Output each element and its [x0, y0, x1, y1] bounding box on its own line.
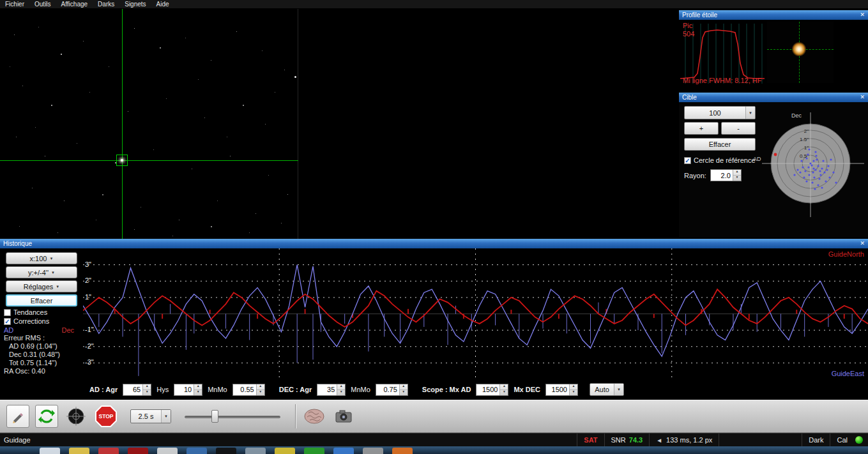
star: [198, 79, 199, 80]
radius-input[interactable]: [711, 170, 733, 181]
menu-item-darks[interactable]: Darks: [93, 0, 119, 8]
max-dec-duration-spinner[interactable]: ▲▼: [545, 384, 578, 396]
menu-item-affichage[interactable]: Affichage: [56, 0, 93, 8]
down-arrow-icon[interactable]: ▼: [500, 390, 508, 395]
menu-item-outils[interactable]: Outils: [29, 0, 56, 8]
y-axis-label: 2": [85, 276, 91, 284]
settings-dropdown[interactable]: Réglages ▼: [6, 280, 77, 292]
slider-thumb[interactable]: [211, 410, 218, 423]
spinner-arrows[interactable]: ▲▼: [499, 384, 508, 395]
stop-button[interactable]: STOP: [94, 404, 118, 428]
status-bar: Guidage SAT SNR 74.3 ◄ 133 ms, 1.2 px Da…: [0, 433, 868, 446]
menu-item-fichier[interactable]: Fichier: [0, 0, 29, 8]
hysteresis-input[interactable]: [174, 384, 194, 395]
max-ra-duration-spinner[interactable]: ▲▼: [476, 384, 508, 396]
zoom-out-button[interactable]: -: [721, 122, 756, 135]
slider-track[interactable]: [185, 416, 280, 418]
down-arrow-icon[interactable]: ▼: [194, 390, 202, 395]
taskbar-icon[interactable]: [245, 448, 266, 454]
max-dec-duration-input[interactable]: [546, 384, 569, 395]
down-arrow-icon[interactable]: ▼: [400, 390, 407, 395]
taskbar-icon[interactable]: [187, 448, 207, 454]
ad-minmove-input[interactable]: [233, 384, 256, 395]
chevron-down-icon: ▼: [161, 410, 171, 423]
dec-minmove-spinner[interactable]: ▲▼: [376, 384, 408, 396]
guide-camera-view[interactable]: [0, 9, 679, 239]
reference-circle-checkbox[interactable]: ✓: [684, 157, 691, 164]
chevron-down-icon: ▼: [49, 257, 53, 261]
spinner-arrows[interactable]: ▲▼: [733, 170, 741, 181]
spinner-arrows[interactable]: ▲▼: [194, 384, 202, 395]
loop-exposures-button[interactable]: [35, 405, 58, 428]
y-axis-label: -2": [85, 342, 94, 350]
taskbar-icon[interactable]: [275, 448, 295, 454]
star: [211, 60, 211, 61]
dec-minmove-label: MnMo: [351, 386, 370, 393]
taskbar-icon[interactable]: [363, 448, 383, 454]
taskbar-icon[interactable]: [392, 448, 413, 454]
star: [262, 50, 263, 51]
menu-item-signets[interactable]: Signets: [119, 0, 151, 8]
side-panels: Profile étoile ✕ Pic 504 Mi ligne FWHM: …: [679, 9, 868, 239]
spinner-arrows[interactable]: ▲▼: [569, 384, 577, 395]
close-profile-panel-button[interactable]: ✕: [860, 12, 865, 18]
star: [275, 92, 275, 93]
exposure-duration-dropdown[interactable]: 2.5 s ▼: [130, 409, 171, 423]
snr-value: 74.3: [629, 436, 643, 444]
down-arrow-icon[interactable]: ▼: [143, 390, 151, 395]
down-arrow-icon[interactable]: ▼: [733, 176, 741, 181]
dec-guide-mode-dropdown[interactable]: Auto ▼: [590, 383, 624, 396]
reference-circle-checkbox-row[interactable]: ✓ Cercle de référence: [684, 156, 759, 164]
taskbar-icon[interactable]: [304, 448, 324, 454]
corrections-checkbox[interactable]: ✓: [4, 318, 11, 325]
hysteresis-spinner[interactable]: ▲▼: [174, 384, 202, 396]
x-scale-dropdown[interactable]: x:100 ▼: [6, 252, 77, 264]
spinner-arrows[interactable]: ▲▼: [337, 384, 345, 395]
trend-checkbox-row[interactable]: Tendances: [4, 308, 83, 316]
max-ra-duration-input[interactable]: [476, 384, 499, 395]
pencil-icon: [11, 409, 25, 423]
taskbar-icon[interactable]: [216, 448, 236, 454]
dec-aggressiveness-input[interactable]: [317, 384, 337, 395]
ad-aggressiveness-spinner[interactable]: ▲▼: [123, 384, 151, 396]
taskbar-icon[interactable]: [98, 448, 119, 454]
menu-item-aide[interactable]: Aide: [151, 0, 174, 8]
peak-value: 504: [683, 30, 694, 38]
target-zoom-dropdown[interactable]: 100 ▼: [684, 106, 756, 119]
guide-button[interactable]: [64, 404, 88, 428]
ad-aggressiveness-input[interactable]: [123, 384, 142, 395]
star: [102, 194, 103, 195]
taskbar-icon[interactable]: [128, 448, 148, 454]
zoomed-star: [792, 42, 806, 56]
radius-spinner[interactable]: ▲▼: [710, 169, 742, 181]
down-arrow-icon[interactable]: ▼: [257, 390, 264, 395]
taskbar-icon[interactable]: [69, 448, 89, 454]
down-arrow-icon[interactable]: ▼: [337, 390, 345, 395]
trend-checkbox[interactable]: [4, 309, 11, 316]
gamma-slider[interactable]: [185, 409, 280, 424]
taskbar-icon[interactable]: [40, 448, 60, 454]
dec-aggressiveness-spinner[interactable]: ▲▼: [317, 384, 346, 396]
windows-taskbar[interactable]: [0, 446, 868, 454]
dec-minmove-input[interactable]: [376, 384, 399, 395]
ad-minmove-spinner[interactable]: ▲▼: [232, 384, 265, 396]
down-arrow-icon[interactable]: ▼: [570, 390, 577, 395]
taskbar-icon[interactable]: [333, 448, 354, 454]
spinner-arrows[interactable]: ▲▼: [256, 384, 264, 395]
history-clear-button[interactable]: Effacer: [6, 294, 77, 306]
ad-minmove-label: MnMo: [208, 386, 227, 393]
close-history-panel-button[interactable]: ✕: [860, 241, 865, 246]
camera-settings-button[interactable]: [332, 404, 356, 428]
camera-connect-button[interactable]: [6, 405, 29, 428]
y-scale-dropdown[interactable]: y:+/-4'' ▼: [6, 266, 77, 278]
close-target-panel-button[interactable]: ✕: [860, 95, 865, 100]
spinner-arrows[interactable]: ▲▼: [142, 384, 151, 395]
target-clear-button[interactable]: Effacer: [684, 138, 756, 151]
snr-readout: SNR 74.3: [604, 434, 650, 446]
zoom-in-button[interactable]: +: [684, 122, 719, 135]
advanced-settings-button[interactable]: [302, 404, 326, 428]
star: [192, 169, 192, 169]
taskbar-icon[interactable]: [157, 448, 178, 454]
corrections-checkbox-row[interactable]: ✓ Corrections: [4, 317, 83, 325]
spinner-arrows[interactable]: ▲▼: [399, 384, 407, 395]
